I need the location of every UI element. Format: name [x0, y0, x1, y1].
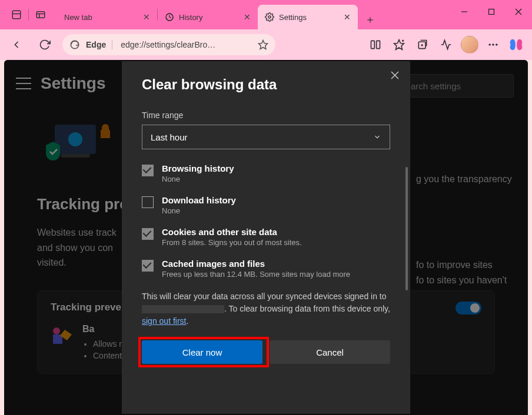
tab-settings[interactable]: Settings ✕: [258, 5, 358, 29]
option-browsing-history[interactable]: Browsing history None: [142, 163, 390, 183]
tab-label: New tab: [64, 13, 92, 22]
browser-tabs: New tab ✕ History ✕ Settings ✕ ＋: [57, 0, 380, 29]
back-button[interactable]: [6, 34, 27, 55]
option-title: Browsing history: [162, 163, 234, 173]
cancel-button[interactable]: Cancel: [270, 340, 390, 364]
tab-history[interactable]: History ✕: [158, 5, 258, 29]
option-cookies[interactable]: Cookies and other site data From 8 sites…: [142, 227, 390, 247]
minimize-button[interactable]: [451, 0, 478, 24]
url-text: edge://settings/clearBro…: [121, 40, 252, 49]
close-window-button[interactable]: [505, 0, 532, 24]
tab-actions-icon[interactable]: [34, 8, 48, 22]
option-desc: None: [162, 206, 236, 215]
checkbox[interactable]: [142, 260, 154, 272]
edge-label: Edge: [86, 40, 112, 49]
option-title: Cached images and files: [162, 259, 350, 269]
collections-icon[interactable]: [412, 34, 433, 55]
checkbox[interactable]: [142, 196, 154, 208]
option-desc: Frees up less than 12.4 MB. Some sites m…: [162, 270, 350, 279]
option-title: Cookies and other site data: [162, 227, 302, 237]
time-range-select[interactable]: Last hour: [142, 125, 390, 149]
option-cached-files[interactable]: Cached images and files Frees up less th…: [142, 259, 390, 279]
sign-out-link[interactable]: sign out first: [142, 316, 186, 326]
redacted-account: [142, 305, 224, 313]
more-menu-icon[interactable]: [483, 34, 504, 55]
window-controls: [451, 0, 532, 24]
tab-label: Settings: [279, 13, 307, 22]
time-range-label: Time range: [142, 111, 390, 120]
favorite-star-icon[interactable]: [258, 39, 268, 50]
scrollbar[interactable]: [405, 167, 408, 290]
svg-point-22: [493, 44, 494, 46]
svg-rect-13: [371, 41, 375, 48]
address-bar[interactable]: Edge edge://settings/clearBro…: [62, 34, 275, 55]
refresh-button[interactable]: [34, 34, 55, 55]
chevron-down-icon: [373, 133, 381, 141]
favorites-icon[interactable]: [388, 34, 410, 55]
svg-rect-14: [377, 41, 380, 48]
svg-rect-0: [12, 11, 21, 19]
checkbox[interactable]: [142, 165, 154, 176]
new-tab-button[interactable]: ＋: [360, 9, 380, 29]
sync-note: This will clear your data across all you…: [142, 290, 390, 327]
profile-avatar[interactable]: [459, 34, 480, 55]
dialog-title: Clear browsing data: [142, 76, 390, 93]
copilot-icon[interactable]: [506, 35, 526, 55]
svg-point-6: [268, 16, 271, 18]
svg-point-21: [489, 44, 491, 46]
svg-marker-12: [259, 41, 268, 49]
workspaces-icon[interactable]: [9, 8, 24, 22]
browser-toolbar: Edge edge://settings/clearBro…: [0, 29, 532, 60]
option-desc: From 8 sites. Signs you out of most site…: [162, 238, 302, 247]
history-icon: [165, 12, 174, 22]
option-download-history[interactable]: Download history None: [142, 195, 390, 215]
clear-browsing-data-dialog: Clear browsing data Time range Last hour…: [122, 61, 410, 414]
close-dialog-button[interactable]: [390, 71, 400, 80]
tab-new-tab[interactable]: New tab ✕: [57, 5, 157, 29]
svg-rect-2: [36, 12, 45, 18]
maximize-button[interactable]: [478, 0, 505, 24]
window-titlebar: New tab ✕ History ✕ Settings ✕ ＋: [0, 0, 532, 29]
close-icon[interactable]: ✕: [244, 12, 251, 22]
gear-icon: [265, 12, 274, 22]
checkbox[interactable]: [142, 228, 154, 240]
split-screen-icon[interactable]: [365, 34, 386, 55]
close-icon[interactable]: ✕: [143, 12, 150, 22]
clear-now-button[interactable]: Clear now: [142, 340, 262, 364]
close-icon[interactable]: ✕: [344, 12, 351, 22]
svg-rect-8: [489, 9, 494, 15]
edge-logo-icon: [69, 39, 80, 50]
option-desc: None: [162, 175, 234, 183]
option-title: Download history: [162, 195, 236, 205]
tab-label: History: [179, 13, 202, 22]
svg-point-23: [496, 44, 498, 46]
performance-icon[interactable]: [435, 34, 457, 55]
time-range-value: Last hour: [151, 132, 188, 142]
